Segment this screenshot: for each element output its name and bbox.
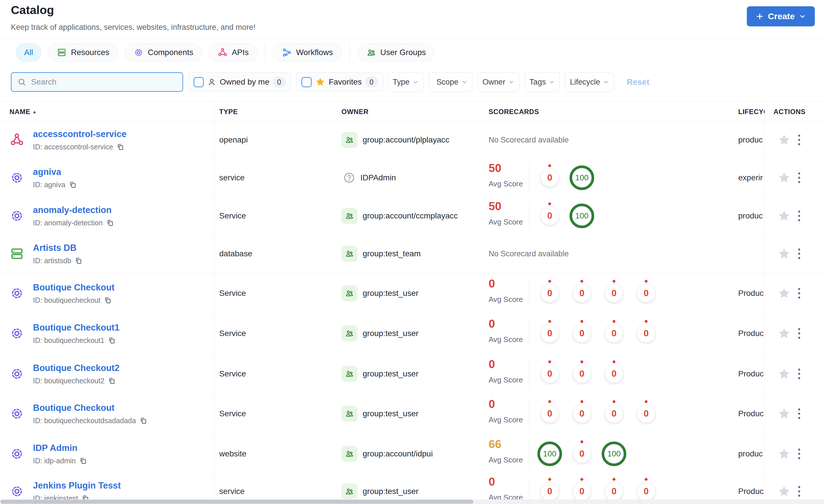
tab-components[interactable]: Components xyxy=(124,43,202,61)
copy-icon[interactable] xyxy=(108,337,116,344)
row-menu-kebab-icon[interactable] xyxy=(798,328,800,339)
scorecard-badge[interactable]: 0 xyxy=(573,482,591,501)
scorecard-badge[interactable]: 0 xyxy=(540,284,559,302)
table-row: Artists DBID: artistsdbdatabasegroup:tes… xyxy=(0,234,824,273)
database-icon xyxy=(9,246,24,261)
scorecard-badge[interactable]: 0 xyxy=(605,284,623,302)
column-header-name[interactable]: NAME ▲ xyxy=(9,102,37,122)
entity-id-text: ID: boutiquecheckoutdsadadada xyxy=(33,416,136,425)
row-menu-kebab-icon[interactable] xyxy=(798,368,800,379)
entity-id: ID: boutiquecheckout xyxy=(33,296,114,304)
row-menu-kebab-icon[interactable] xyxy=(798,249,800,259)
favorite-star-icon[interactable] xyxy=(778,171,791,184)
copy-icon[interactable] xyxy=(106,219,114,227)
copy-icon[interactable] xyxy=(139,417,147,424)
copy-icon[interactable] xyxy=(69,181,77,188)
copy-icon[interactable] xyxy=(75,257,82,265)
scorecard-badge[interactable]: 0 xyxy=(573,404,591,423)
create-button[interactable]: Create xyxy=(747,6,815,26)
entity-name-link[interactable]: Boutique Checkout1 xyxy=(33,323,119,333)
favorite-star-icon[interactable] xyxy=(778,447,791,461)
scorecard-badge[interactable]: 0 xyxy=(540,365,559,383)
entity-name-link[interactable]: IDP Admin xyxy=(33,443,87,453)
scorecard-badge[interactable]: 100 xyxy=(602,442,626,466)
tab-group-divider xyxy=(265,43,266,61)
tab-resources[interactable]: Resources xyxy=(47,43,118,61)
entity-name-link[interactable]: Jenkins Plugin Tesst xyxy=(33,480,121,491)
lifecycle-filter-dropdown[interactable]: Lifecycle xyxy=(565,72,614,92)
scorecard-badge[interactable]: 100 xyxy=(570,204,594,228)
entity-name-link[interactable]: agniva xyxy=(33,167,77,177)
owner-label: group:account/plplayacc xyxy=(363,135,449,144)
horizontal-scrollbar-thumb[interactable] xyxy=(1,500,474,504)
tags-filter-dropdown[interactable]: Tags xyxy=(524,72,560,92)
page-subtitle: Keep track of applications, services, we… xyxy=(11,23,255,32)
dropdown-label: Owner xyxy=(483,78,506,87)
owner-cell: group:account/idpui xyxy=(341,446,433,462)
scorecard-badge[interactable]: 0 xyxy=(573,445,591,463)
favorite-star-icon[interactable] xyxy=(778,247,791,260)
favorites-filter[interactable]: Favorites 0 xyxy=(296,72,383,92)
search-box[interactable] xyxy=(11,72,183,92)
entity-name-link[interactable]: Boutique Checkout xyxy=(33,282,114,293)
scorecard-badge[interactable]: 0 xyxy=(573,284,591,302)
entity-name-link[interactable]: anomaly-detection xyxy=(33,205,114,215)
components-icon xyxy=(133,47,144,57)
favorites-checkbox[interactable] xyxy=(302,77,312,87)
scorecard-badge[interactable]: 0 xyxy=(540,207,559,225)
entity-name-link[interactable]: Boutique Checkout xyxy=(33,403,147,413)
owner-group-icon xyxy=(341,326,357,342)
scorecard-badge[interactable]: 0 xyxy=(637,482,655,501)
tab-label: Resources xyxy=(71,48,109,57)
scorecard-badge[interactable]: 0 xyxy=(540,404,559,423)
favorite-star-icon[interactable] xyxy=(778,327,791,340)
scorecard-badge[interactable]: 0 xyxy=(605,482,623,501)
favorite-star-icon[interactable] xyxy=(778,133,791,146)
scorecard-badge[interactable]: 100 xyxy=(537,442,562,466)
scorecard-badge[interactable]: 0 xyxy=(573,324,591,343)
score-divider xyxy=(529,164,530,192)
scorecard-badge[interactable]: 0 xyxy=(637,284,655,302)
row-menu-kebab-icon[interactable] xyxy=(798,449,800,459)
scorecard-badge[interactable]: 0 xyxy=(605,404,623,423)
scope-filter-dropdown[interactable]: Scope xyxy=(429,72,473,92)
favorite-star-icon[interactable] xyxy=(778,485,791,498)
tab-apis[interactable]: APIs xyxy=(209,43,258,61)
row-menu-kebab-icon[interactable] xyxy=(798,288,800,299)
scorecard-badge[interactable]: 0 xyxy=(637,404,655,423)
tab-user-groups[interactable]: User Groups xyxy=(357,43,435,61)
scorecard-badge[interactable]: 0 xyxy=(605,324,623,343)
favorite-star-icon[interactable] xyxy=(778,209,791,223)
favorite-star-icon[interactable] xyxy=(778,407,791,420)
create-button-label: Create xyxy=(768,11,795,21)
type-filter-dropdown[interactable]: Type xyxy=(388,72,424,92)
row-menu-kebab-icon[interactable] xyxy=(798,408,800,419)
reset-filters-link[interactable]: Reset xyxy=(627,78,649,87)
owner-filter-dropdown[interactable]: Owner xyxy=(478,72,520,92)
entity-name-link[interactable]: Boutique Checkout2 xyxy=(33,363,119,373)
row-menu-kebab-icon[interactable] xyxy=(798,134,800,145)
scorecard-badge[interactable]: 100 xyxy=(570,165,594,190)
favorite-star-icon[interactable] xyxy=(778,287,791,300)
copy-icon[interactable] xyxy=(104,296,112,304)
scorecard-badge[interactable]: 0 xyxy=(540,168,559,187)
owned-by-me-filter[interactable]: Owned by me 0 xyxy=(188,72,291,92)
search-input[interactable] xyxy=(31,78,175,87)
favorite-star-icon[interactable] xyxy=(778,367,791,380)
row-menu-kebab-icon[interactable] xyxy=(798,172,800,183)
owned-by-me-checkbox[interactable] xyxy=(194,77,204,87)
entity-name-link[interactable]: accesscontrol-service xyxy=(33,129,126,139)
scorecard-badge[interactable]: 0 xyxy=(605,365,623,383)
copy-icon[interactable] xyxy=(79,457,87,465)
copy-icon[interactable] xyxy=(116,143,124,150)
copy-icon[interactable] xyxy=(108,377,116,384)
row-menu-kebab-icon[interactable] xyxy=(798,211,800,221)
scorecard-badge[interactable]: 0 xyxy=(540,324,559,343)
entity-name-link[interactable]: Artists DB xyxy=(33,243,82,253)
tab-all[interactable]: All xyxy=(16,43,41,61)
scorecard-badge[interactable]: 0 xyxy=(573,365,591,383)
scorecard-badge[interactable]: 0 xyxy=(540,482,559,501)
scorecard-badge[interactable]: 0 xyxy=(637,324,655,343)
row-menu-kebab-icon[interactable] xyxy=(798,486,800,497)
tab-workflows[interactable]: Workflows xyxy=(273,43,342,61)
